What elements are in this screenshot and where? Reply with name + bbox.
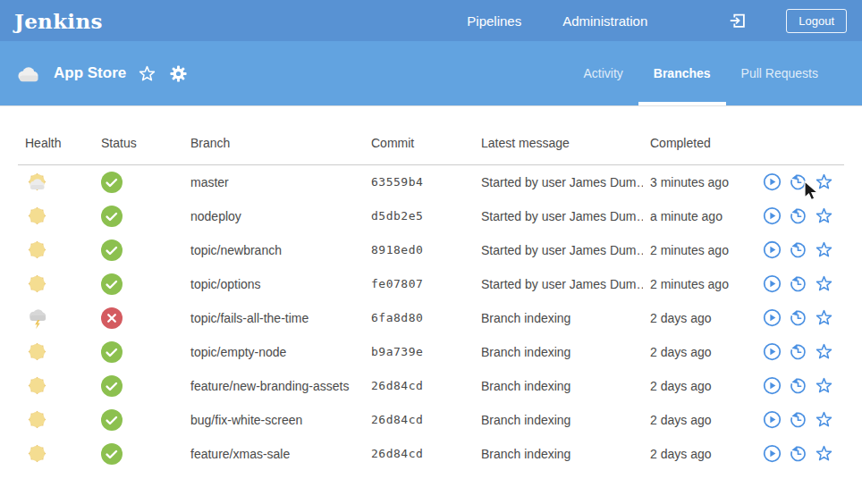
branch-cell: topic/fails-all-the-time [183, 301, 364, 335]
pipeline-identity: App Store [14, 62, 189, 86]
branch-row[interactable]: topic/options fe07807 Started by user Ja… [18, 267, 844, 301]
sunny-icon [25, 238, 49, 262]
health-cell [18, 335, 94, 369]
favorite-star-icon[interactable] [815, 172, 833, 191]
branch-row[interactable]: master 63559b4 Started by user James Dum… [18, 165, 844, 199]
status-cell [94, 233, 183, 267]
completed-cell: 3 minutes ago [643, 165, 757, 199]
branch-cell: topic/options [183, 267, 364, 301]
latest-message-cell: Branch indexing [474, 369, 643, 403]
branch-row[interactable]: feature/xmas-sale 26d84cd Branch indexin… [18, 437, 844, 471]
row-actions [765, 410, 837, 429]
nav-pipelines[interactable]: Pipelines [467, 13, 521, 29]
history-icon[interactable] [789, 376, 807, 395]
run-icon[interactable] [763, 206, 782, 225]
top-bar: Jenkins Pipelines Administration Logout [0, 0, 862, 41]
success-icon [101, 172, 123, 193]
run-icon[interactable] [763, 240, 782, 259]
commit-cell: 26d84cd [364, 369, 474, 403]
history-icon[interactable] [789, 342, 807, 361]
history-icon[interactable] [789, 410, 807, 429]
commit-cell: fe07807 [364, 267, 474, 301]
pipeline-header: App Store Activity Branches Pull Request… [0, 41, 862, 105]
branches-page: Health Status Branch Commit Latest messa… [0, 105, 862, 471]
health-cell [18, 267, 94, 301]
favorite-star-icon[interactable] [815, 410, 833, 429]
branch-row[interactable]: nodeploy d5db2e5 Started by user James D… [18, 199, 844, 233]
gear-icon[interactable] [168, 63, 189, 84]
branch-cell: topic/newbranch [183, 233, 364, 267]
branch-cell: feature/xmas-sale [183, 437, 364, 471]
row-actions [765, 240, 837, 259]
completed-cell: 2 days ago [643, 335, 757, 369]
latest-message-cell: Started by user James Dum… [474, 199, 643, 233]
latest-message-cell: Started by user James Dum… [474, 165, 643, 199]
favorite-star-icon[interactable] [815, 206, 833, 225]
completed-cell: 2 minutes ago [643, 267, 757, 301]
branch-cell: topic/empty-node [183, 335, 364, 369]
run-icon[interactable] [763, 444, 782, 463]
favorite-star-icon[interactable] [815, 240, 833, 259]
top-nav: Pipelines Administration [467, 13, 647, 29]
history-icon[interactable] [789, 206, 807, 225]
latest-message-cell: Branch indexing [474, 403, 643, 437]
sunny-icon [25, 441, 49, 466]
health-cell [18, 369, 94, 403]
favorite-star-icon[interactable] [815, 444, 833, 463]
sunny-icon [25, 374, 49, 398]
favorite-star-icon[interactable] [138, 64, 156, 83]
run-icon[interactable] [763, 376, 782, 395]
failure-icon [101, 307, 123, 329]
sunny-icon [25, 204, 49, 228]
completed-cell: a minute ago [643, 199, 757, 233]
health-cell [18, 301, 94, 335]
partly-cloudy-icon [25, 170, 49, 194]
run-icon[interactable] [763, 274, 782, 293]
branch-row[interactable]: topic/newbranch 8918ed0 Started by user … [18, 233, 844, 267]
favorite-star-icon[interactable] [815, 342, 833, 361]
jenkins-logo[interactable]: Jenkins [14, 9, 103, 33]
sunny-icon [25, 407, 49, 432]
favorite-star-icon[interactable] [815, 376, 833, 395]
history-icon[interactable] [789, 308, 807, 327]
branch-cell: nodeploy [183, 199, 364, 233]
history-icon[interactable] [789, 240, 807, 259]
favorite-star-icon[interactable] [815, 308, 833, 327]
latest-message-cell: Branch indexing [474, 437, 643, 471]
success-icon [101, 443, 123, 465]
row-actions [765, 274, 837, 293]
tab-branches[interactable]: Branches [638, 41, 726, 105]
branch-row[interactable]: bug/fix-white-screen 26d84cd Branch inde… [18, 403, 844, 437]
logout-button[interactable]: Logout [786, 9, 847, 33]
row-actions [765, 376, 837, 395]
latest-message-cell: Started by user James Dum… [474, 267, 643, 301]
col-header-status: Status [94, 105, 183, 165]
status-cell [94, 437, 183, 471]
run-icon[interactable] [763, 342, 782, 361]
run-icon[interactable] [763, 410, 782, 429]
run-icon[interactable] [763, 172, 782, 191]
status-cell [94, 199, 183, 233]
status-cell [94, 369, 183, 403]
health-cell [18, 233, 94, 267]
branch-row[interactable]: topic/fails-all-the-time 6fa8d80 Branch … [18, 301, 844, 335]
col-header-latest-message: Latest message [474, 105, 643, 165]
branch-row[interactable]: feature/new-branding-assets 26d84cd Bran… [18, 369, 844, 403]
success-icon [101, 375, 123, 397]
success-icon [101, 273, 123, 295]
favorite-star-icon[interactable] [815, 274, 833, 293]
completed-cell: 2 days ago [643, 403, 757, 437]
cloud-weather-icon [14, 62, 42, 86]
logout-arrow-icon[interactable] [728, 11, 748, 30]
history-icon[interactable] [789, 172, 807, 191]
nav-administration[interactable]: Administration [562, 13, 647, 29]
run-icon[interactable] [763, 308, 782, 327]
commit-cell: b9a739e [364, 335, 474, 369]
history-icon[interactable] [789, 444, 807, 463]
row-actions [765, 206, 837, 225]
tab-activity[interactable]: Activity [568, 41, 638, 105]
branch-row[interactable]: topic/empty-node b9a739e Branch indexing… [18, 335, 844, 369]
history-icon[interactable] [789, 274, 807, 293]
tab-pull-requests[interactable]: Pull Requests [726, 41, 833, 105]
success-icon [101, 239, 123, 261]
